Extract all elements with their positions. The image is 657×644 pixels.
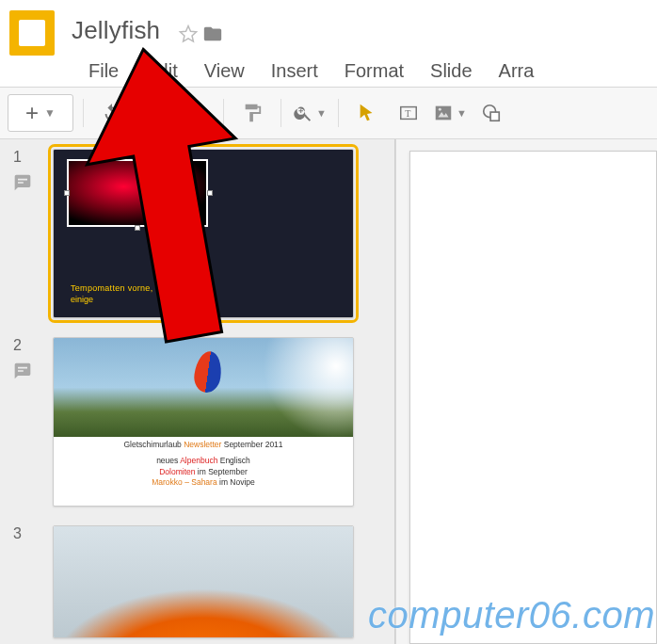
slide-number: 1	[13, 149, 53, 166]
separator	[83, 99, 84, 127]
separator	[223, 99, 224, 127]
app-logo	[9, 10, 55, 56]
slide-thumbnail-3[interactable]: 3	[13, 525, 381, 638]
select-button[interactable]	[348, 94, 386, 132]
menu-format[interactable]: Format	[331, 56, 417, 86]
slide1-text: Tempomatten vorne,	[71, 283, 152, 293]
toolbar: + ▼ ▼ T ▼	[0, 87, 657, 139]
svg-text:T: T	[405, 108, 410, 119]
move-folder-icon[interactable]	[202, 24, 223, 44]
slide-panel[interactable]: 1 Tempomatten vorne, einige 2	[0, 139, 395, 644]
plus-icon: +	[25, 100, 39, 126]
svg-rect-7	[490, 112, 499, 121]
image-icon	[433, 103, 454, 123]
slide-thumbnail-2[interactable]: 2 Gletschimurlaub Newsletter September 2…	[13, 337, 381, 507]
menu-file[interactable]: File	[75, 56, 132, 86]
caret-down-icon: ▼	[44, 106, 56, 120]
svg-marker-0	[180, 26, 196, 42]
undo-button[interactable]	[93, 94, 131, 132]
paint-format-icon	[242, 103, 263, 123]
slide-thumb[interactable]	[53, 525, 354, 638]
menu-bar: File Edit View Insert Format Slide Arra	[0, 55, 657, 87]
separator	[338, 99, 339, 127]
slide-thumb[interactable]: Tempomatten vorne, einige	[53, 149, 354, 318]
menu-insert[interactable]: Insert	[258, 56, 331, 86]
textbox-button[interactable]: T	[390, 94, 427, 132]
zoom-icon	[293, 103, 313, 123]
menu-view[interactable]: View	[191, 56, 258, 86]
slide-number: 2	[13, 337, 53, 354]
image-button[interactable]: ▼	[431, 94, 469, 132]
watermark-text: computer06.com	[368, 594, 655, 636]
shape-icon	[481, 103, 502, 123]
new-slide-button[interactable]: + ▼	[8, 94, 73, 132]
slide-thumb[interactable]: Gletschimurlaub Newsletter September 201…	[53, 337, 354, 507]
redo-button[interactable]	[135, 94, 172, 132]
svg-point-5	[439, 108, 441, 111]
slide-number: 3	[13, 525, 53, 542]
slide1-text2: einige	[71, 295, 93, 304]
slide-canvas-area[interactable]	[395, 139, 657, 644]
speaker-notes-icon	[13, 362, 53, 384]
slide2-text: Gletschimurlaub Newsletter September 201…	[54, 440, 353, 489]
select-icon	[357, 103, 377, 123]
menu-arrange[interactable]: Arra	[486, 56, 548, 86]
svg-rect-3	[436, 106, 452, 121]
menu-edit[interactable]: Edit	[132, 56, 190, 86]
menu-slide[interactable]: Slide	[417, 56, 485, 86]
star-icon[interactable]	[178, 24, 199, 44]
shape-button[interactable]	[473, 94, 510, 132]
zoom-button[interactable]: ▼	[291, 94, 328, 132]
paint-format-button[interactable]	[233, 94, 271, 132]
separator	[280, 99, 281, 127]
textbox-icon: T	[398, 103, 419, 123]
slide-canvas[interactable]	[409, 151, 657, 644]
slide-thumbnail-1[interactable]: 1 Tempomatten vorne, einige	[13, 149, 381, 318]
print-button[interactable]	[176, 94, 214, 132]
speaker-notes-icon	[13, 173, 53, 196]
undo-icon	[102, 103, 122, 123]
document-title[interactable]: Jellyfish	[72, 16, 160, 45]
redo-icon	[143, 103, 164, 123]
print-icon	[184, 103, 205, 123]
caret-down-icon: ▼	[457, 107, 467, 119]
caret-down-icon: ▼	[316, 107, 327, 119]
